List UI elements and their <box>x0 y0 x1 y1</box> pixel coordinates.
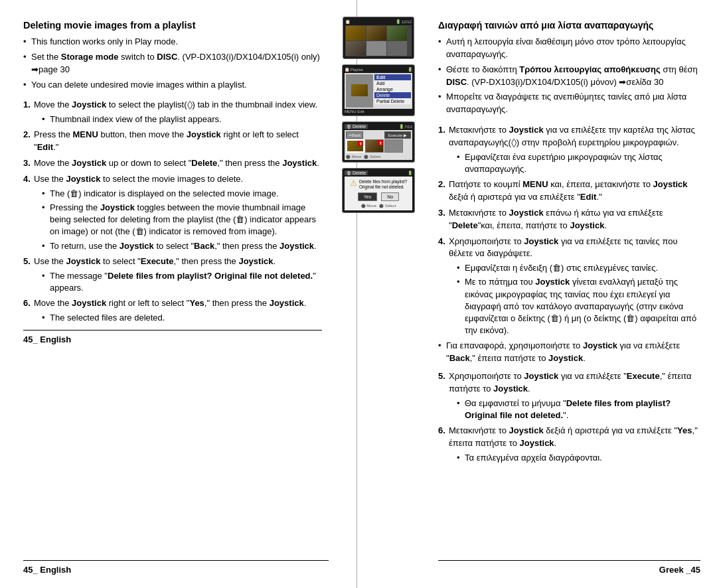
menu-add: Add <box>374 80 411 86</box>
intro-bullet-3: You can delete undesired movie images wi… <box>23 79 322 92</box>
thumb-3 <box>387 26 407 40</box>
thumb-5 <box>366 41 386 56</box>
right-section-title: Διαγραφή ταινιών από μια λίστα αναπαραγω… <box>438 20 700 31</box>
execute-btn: Execute ▶ <box>384 131 411 139</box>
preview-thumb <box>351 84 368 96</box>
right-intro-2: Θέστε το διακόπτη Τρόπου λειτουργίας απο… <box>438 64 700 89</box>
step-6-sub-1: The selected files are deleted. <box>42 312 322 324</box>
thumb-4 <box>346 41 366 56</box>
yes-button[interactable]: Yes <box>358 192 377 201</box>
footer-page-left: 45_ English <box>23 334 71 344</box>
right-step-5a: Για επαναφορά, χρησιμοποιήστε το Joystic… <box>438 340 700 365</box>
screen-1-content <box>345 25 412 56</box>
step-5: 5. Use the Joystick to select "Execute,"… <box>23 256 322 294</box>
step-5-sub-1: The message "Delete files from playlist?… <box>42 270 322 294</box>
screen-2-content: Edit Add Arrange Delete Partial Delete <box>345 73 412 109</box>
right-steps: 1. Μετακινήστε το Joystick για να επιλέξ… <box>438 124 700 467</box>
screen-1: 📋 🔋 12/12 <box>343 17 414 59</box>
warning-icon: ⚠ <box>350 179 357 187</box>
del-thumb-2: 🗑 <box>365 139 384 153</box>
step-1: 1. Move the Joystick to select the playl… <box>23 99 322 125</box>
right-intro-3: Μπορείτε να διαγράψετε τις ανεπιθύμητες … <box>438 91 700 116</box>
step-3: 3. Move the Joystick up or down to selec… <box>23 157 322 170</box>
left-steps: 1. Move the Joystick to select the playl… <box>23 99 322 327</box>
del-thumb-1: 🗑 <box>346 139 364 153</box>
dialog-text: Delete files from playlist?Original file… <box>359 179 407 190</box>
screenshots-panel: 📋 🔋 12/12 📋 Playlist 🔋 <box>335 17 422 213</box>
step-1-sub-1: Thumbnail index view of the playlist app… <box>42 113 322 125</box>
right-step-1: 1. Μετακινήστε το Joystick για να επιλέξ… <box>438 124 700 175</box>
thumb-2 <box>366 26 386 40</box>
step-6: 6. Move the Joystick right or left to se… <box>23 297 322 324</box>
screen-3-header: 🗑 Delete 🔋 7/12 <box>345 124 412 129</box>
right-step-3: 3. Μετακινήστε το Joystick επάνω ή κάτω … <box>438 207 700 232</box>
left-footer: 45_ English <box>23 330 322 344</box>
intro-bullet-2: Set the Storage mode switch to DISC. (VP… <box>23 51 322 76</box>
left-column: Deleting movie images from a playlist Th… <box>0 0 335 358</box>
right-step-5a-bullet: Για επαναφορά, χρησιμοποιήστε το Joystic… <box>438 340 700 365</box>
right-step-6-sub-1: Τα επιλεγμένα αρχεία διαγράφονται. <box>457 452 700 464</box>
thumb-6 <box>387 41 407 56</box>
delete-btns-row: ↩Back Execute ▶ <box>346 131 411 139</box>
menu-partial-delete: Partial Delete <box>374 98 411 104</box>
screen-3-content: ↩Back Execute ▶ 🗑 🗑 ⬤ Move ⬤ Select <box>345 130 412 160</box>
screen-2: 📋 Playlist 🔋 Edit Add Arrange Delete Par… <box>342 64 415 116</box>
thumb-1 <box>346 26 366 40</box>
right-intro-1: Αυτή η λειτουργία είναι διαθέσιμη μόνο σ… <box>438 36 700 61</box>
menu-delete: Delete <box>374 92 411 98</box>
right-column: Διαγραφή ταινιών από μια λίστα αναπαραγω… <box>438 20 700 575</box>
screen-4-header: 🗑 Delete 🔋 <box>345 171 412 175</box>
delete-thumbs: 🗑 🗑 <box>346 139 411 153</box>
screen-4: 🗑 Delete 🔋 ⚠ Delete files from playlist?… <box>342 168 415 213</box>
right-step-5-sub-1: Θα εμφανιστεί το μήνυμα "Delete files fr… <box>457 398 700 421</box>
left-section-title: Deleting movie images from a playlist <box>23 20 322 31</box>
edit-menu: Edit Add Arrange Delete Partial Delete <box>374 74 411 108</box>
right-step-1-sub-1: Εμφανίζεται ένα ευρετήριο μικρογραφιών τ… <box>457 151 700 175</box>
menu-edit-label: Edit <box>374 74 411 80</box>
screen-2-header: 📋 Playlist 🔋 <box>345 67 412 72</box>
dialog-warning: ⚠ Delete files from playlist?Original fi… <box>350 179 407 190</box>
step-4-sub-3: To return, use the Joystick to select "B… <box>42 240 322 252</box>
screen-2-preview <box>346 74 373 108</box>
dialog-buttons: Yes No <box>358 192 399 201</box>
screen-2-footer: MENU Edit <box>345 110 412 113</box>
step-4-sub-2: Pressing the Joystick toggles between th… <box>42 202 322 238</box>
menu-arrange: Arrange <box>374 86 411 92</box>
del-thumb-3 <box>384 139 403 153</box>
footer-left-label: 45_ English <box>23 565 71 575</box>
screen-4-footer-icons: ⬤ Move ⬤ Select <box>361 203 396 208</box>
right-intro-bullets: Αυτή η λειτουργία είναι διαθέσιμη μόνο σ… <box>438 36 700 119</box>
right-step-5: 5. Χρησιμοποιήστε το Joystick για να επι… <box>438 370 700 421</box>
right-step-4-sub-1: Εμφανίζεται η ένδειξη (🗑) στις επιλεγμέν… <box>457 262 700 274</box>
step-4-sub-1: The (🗑) indicator is displayed on the se… <box>42 188 322 200</box>
step-2: 2. Press the MENU button, then move the … <box>23 129 322 154</box>
screen-3: 🗑 Delete 🔋 7/12 ↩Back Execute ▶ 🗑 🗑 ⬤ Mo… <box>342 121 415 163</box>
page: 📋 🔋 12/12 📋 Playlist 🔋 <box>0 0 717 588</box>
left-footer-abs: 45_ English <box>23 560 329 575</box>
no-button[interactable]: No <box>381 192 399 201</box>
back-btn: ↩Back <box>346 131 363 139</box>
right-footer: Greek _45 <box>438 560 700 575</box>
dialog-content: ⚠ Delete files from playlist?Original fi… <box>345 177 412 210</box>
footer-page-right: Greek _45 <box>659 565 700 575</box>
right-step-2: 2. Πατήστε το κουμπί MENU και, έπειτα, μ… <box>438 179 700 204</box>
right-step-4-sub-2: Με το πάτημα του Joystick γίνεται εναλλα… <box>457 276 700 336</box>
intro-bullet-1: This function works only in Play mode. <box>23 36 322 48</box>
screen-3-footer-icons: ⬤ Move ⬤ Select <box>346 154 411 159</box>
screen-1-header: 📋 🔋 12/12 <box>345 19 412 24</box>
right-step-6: 6. Μετακινήστε το Joystick δεξιά ή αριστ… <box>438 425 700 464</box>
right-step-4: 4. Χρησιμοποιήστε το Joystick για να επι… <box>438 236 700 337</box>
intro-bullets: This function works only in Play mode. S… <box>23 36 322 94</box>
step-4: 4. Use the Joystick to select the movie … <box>23 173 322 252</box>
